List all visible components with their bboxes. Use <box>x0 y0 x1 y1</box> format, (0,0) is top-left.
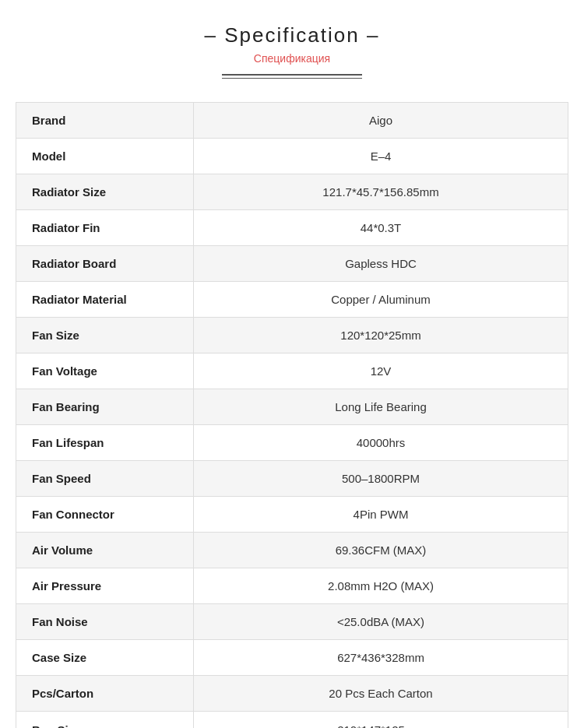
spec-label: Fan Size <box>16 318 194 353</box>
spec-value: 500–1800RPM <box>194 461 568 496</box>
spec-label: Fan Speed <box>16 461 194 496</box>
spec-value: 627*436*328mm <box>194 640 568 675</box>
spec-label: Radiator Fin <box>16 210 194 245</box>
table-row: Air Volume69.36CFM (MAX) <box>16 533 568 568</box>
spec-value: 2.08mm H2O (MAX) <box>194 568 568 603</box>
spec-label: Brand <box>16 103 194 138</box>
spec-label: Radiator Size <box>16 174 194 209</box>
table-row: Radiator Fin44*0.3T <box>16 210 568 246</box>
table-row: BrandAigo <box>16 103 568 139</box>
table-row: Fan Noise<25.0dBA (MAX) <box>16 604 568 640</box>
table-row: Fan Lifespan40000hrs <box>16 425 568 461</box>
spec-label: Pcs/Carton <box>16 676 194 711</box>
spec-label: Air Volume <box>16 533 194 568</box>
spec-value: 120*120*25mm <box>194 318 568 353</box>
spec-value: 4Pin PWM <box>194 497 568 532</box>
spec-value: Long Life Bearing <box>194 389 568 424</box>
spec-label: Fan Connector <box>16 497 194 532</box>
table-row: Air Pressure2.08mm H2O (MAX) <box>16 568 568 604</box>
page-container: – Specification – Спецификация BrandAigo… <box>0 0 584 728</box>
spec-value: 121.7*45.7*156.85mm <box>194 174 568 209</box>
table-row: Case Size627*436*328mm <box>16 640 568 676</box>
spec-label: Radiator Material <box>16 282 194 317</box>
table-row: Radiator BoardGapless HDC <box>16 246 568 282</box>
spec-label: Fan Bearing <box>16 389 194 424</box>
spec-label: Case Size <box>16 640 194 675</box>
spec-value: 12V <box>194 353 568 389</box>
table-row: Box Size210*147*125mm <box>16 712 568 728</box>
spec-value: <25.0dBA (MAX) <box>194 604 568 639</box>
spec-value: Copper / Aluminum <box>194 282 568 317</box>
table-row: Fan BearingLong Life Bearing <box>16 389 568 425</box>
divider-lines <box>16 74 568 79</box>
spec-label: Fan Lifespan <box>16 425 194 460</box>
spec-value: 20 Pcs Each Carton <box>194 676 568 711</box>
table-row: Pcs/Carton20 Pcs Each Carton <box>16 676 568 712</box>
table-row: ModelE–4 <box>16 139 568 174</box>
spec-label: Box Size <box>16 712 194 728</box>
spec-value: E–4 <box>194 139 568 174</box>
spec-value: Aigo <box>194 103 568 138</box>
spec-value: Gapless HDC <box>194 246 568 281</box>
spec-value: 44*0.3T <box>194 210 568 245</box>
spec-label: Air Pressure <box>16 568 194 603</box>
spec-value: 69.36CFM (MAX) <box>194 533 568 568</box>
title-main: – Specification – <box>16 23 568 47</box>
title-sub: Спецификация <box>16 52 568 65</box>
spec-value: 210*147*125mm <box>194 712 568 728</box>
spec-label: Fan Noise <box>16 604 194 639</box>
table-row: Fan Voltage12V <box>16 353 568 389</box>
table-row: Fan Speed500–1800RPM <box>16 461 568 497</box>
table-row: Fan Connector4Pin PWM <box>16 497 568 533</box>
spec-label: Radiator Board <box>16 246 194 281</box>
spec-value: 40000hrs <box>194 425 568 460</box>
divider-bottom <box>222 78 362 79</box>
spec-label: Fan Voltage <box>16 353 194 389</box>
spec-table: BrandAigoModelE–4Radiator Size121.7*45.7… <box>16 102 568 728</box>
spec-label: Model <box>16 139 194 174</box>
table-row: Radiator MaterialCopper / Aluminum <box>16 282 568 318</box>
divider-top <box>222 74 362 76</box>
table-row: Fan Size120*120*25mm <box>16 318 568 353</box>
header-section: – Specification – Спецификация <box>0 0 584 94</box>
table-row: Radiator Size121.7*45.7*156.85mm <box>16 174 568 210</box>
